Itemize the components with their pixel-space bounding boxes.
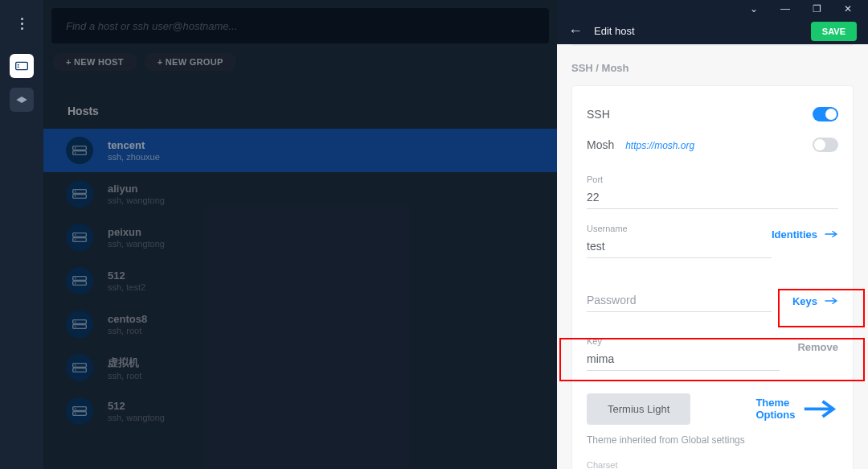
previous-card-bottom — [571, 44, 854, 46]
identities-link[interactable]: Identities — [764, 224, 850, 245]
mosh-toggle-row: Mosh https://mosh.org — [587, 130, 838, 160]
mosh-toggle[interactable] — [813, 138, 838, 152]
host-row-text: tencentssh, zhouxue — [108, 139, 160, 162]
svg-point-9 — [75, 191, 76, 192]
window-controls: ⌄ — ❐ ✕ — [557, 0, 868, 19]
panel-title: Edit host — [594, 25, 635, 37]
svg-rect-1 — [18, 64, 19, 65]
server-icon — [66, 267, 93, 294]
minimize-icon[interactable]: — — [780, 3, 790, 14]
sftp-tab-icon[interactable] — [10, 88, 34, 112]
port-input[interactable] — [587, 187, 838, 209]
host-row[interactable]: centos8ssh, root — [43, 302, 557, 346]
host-row[interactable]: aliyunssh, wangtong — [43, 172, 557, 216]
host-name: 虚拟机 — [108, 356, 141, 370]
server-icon — [66, 180, 93, 208]
search-input[interactable] — [64, 19, 536, 33]
svg-point-6 — [75, 152, 76, 154]
new-group-button[interactable]: + NEW GROUP — [145, 53, 236, 71]
host-sub: ssh, root — [108, 371, 141, 381]
host-row[interactable]: peixunssh, wangtong — [43, 216, 557, 259]
mosh-link[interactable]: https://mosh.org — [625, 140, 694, 151]
svg-point-30 — [75, 413, 76, 414]
main-area: + NEW HOST + NEW GROUP Hosts tencentssh,… — [43, 0, 557, 469]
hosts-tab-icon[interactable] — [10, 54, 34, 78]
svg-point-18 — [75, 282, 76, 284]
svg-point-22 — [75, 326, 76, 327]
host-row-text: 512ssh, wangtong — [108, 400, 165, 422]
back-arrow-icon[interactable]: ← — [568, 23, 583, 39]
host-sub: ssh, test2 — [108, 282, 145, 292]
svg-point-14 — [75, 239, 76, 241]
search-bar[interactable] — [51, 8, 549, 43]
panel-body: SSH / Mosh SSH Mosh https://mosh.org Por… — [557, 44, 868, 469]
arrow-right-icon — [801, 400, 838, 418]
chevron-down-icon[interactable]: ⌄ — [750, 3, 758, 14]
svg-rect-0 — [16, 62, 28, 69]
close-icon[interactable]: ✕ — [844, 3, 852, 14]
theme-options-link[interactable]: Theme Options — [755, 397, 838, 421]
charset-label: Charset — [587, 460, 838, 469]
host-row-text: aliyunssh, wangtong — [108, 183, 165, 205]
host-row[interactable]: 512ssh, wangtong — [43, 389, 557, 433]
sidebar — [0, 0, 43, 469]
server-icon — [66, 397, 93, 425]
key-input[interactable] — [587, 349, 780, 371]
edit-host-panel: ⌄ — ❐ ✕ ← Edit host SAVE SSH / Mosh SSH … — [557, 0, 868, 469]
host-name: tencent — [108, 139, 160, 151]
ssh-label: SSH — [587, 108, 610, 121]
username-field: Username Identities — [587, 224, 838, 258]
server-icon — [66, 224, 93, 251]
host-row[interactable]: 512ssh, test2 — [43, 259, 557, 302]
host-name: centos8 — [108, 313, 147, 325]
hosts-list: tencentssh, zhouxuealiyunssh, wangtongpe… — [43, 129, 557, 433]
host-sub: ssh, zhouxue — [108, 152, 160, 162]
svg-point-17 — [75, 278, 76, 279]
svg-point-10 — [75, 195, 76, 197]
username-input[interactable] — [587, 237, 772, 258]
svg-point-25 — [75, 364, 76, 366]
server-icon — [66, 137, 93, 164]
key-field: Key Remove — [587, 336, 838, 371]
ssh-toggle[interactable] — [813, 107, 838, 121]
save-button[interactable]: SAVE — [811, 22, 857, 41]
svg-point-5 — [75, 147, 76, 149]
keys-link[interactable]: Keys — [784, 290, 850, 312]
svg-point-21 — [75, 321, 76, 323]
host-sub: ssh, wangtong — [108, 239, 165, 249]
svg-point-13 — [75, 234, 76, 236]
hosts-heading: Hosts — [43, 76, 557, 129]
mosh-label: Mosh https://mosh.org — [587, 138, 694, 151]
password-input[interactable] — [587, 290, 772, 312]
svg-rect-2 — [18, 67, 19, 68]
svg-point-26 — [75, 369, 76, 371]
server-icon — [66, 354, 93, 381]
host-row[interactable]: tencentssh, zhouxue — [43, 129, 557, 172]
kebab-icon[interactable] — [21, 18, 23, 30]
host-row-text: 虚拟机ssh, root — [108, 356, 141, 381]
ssh-card: SSH Mosh https://mosh.org Port Username … — [571, 85, 854, 469]
ssh-toggle-row: SSH — [587, 99, 838, 130]
host-sub: ssh, wangtong — [108, 413, 165, 422]
host-row[interactable]: 虚拟机ssh, root — [43, 346, 557, 389]
host-name: aliyun — [108, 183, 165, 195]
host-name: 512 — [108, 400, 165, 412]
host-name: peixun — [108, 226, 165, 238]
host-name: 512 — [108, 269, 145, 282]
host-row-text: 512ssh, test2 — [108, 269, 145, 292]
port-field: Port — [587, 175, 838, 209]
panel-header: ← Edit host SAVE — [557, 19, 868, 44]
svg-point-29 — [75, 408, 76, 409]
port-label: Port — [587, 175, 838, 184]
ssh-section-label: SSH / Mosh — [571, 62, 854, 74]
arrow-right-icon — [824, 230, 838, 238]
password-field: Keys — [587, 290, 838, 312]
remove-key-button[interactable]: Remove — [789, 336, 850, 358]
theme-row: Termius Light Theme Options — [587, 393, 838, 425]
new-host-button[interactable]: + NEW HOST — [53, 53, 137, 71]
theme-button[interactable]: Termius Light — [587, 393, 690, 425]
server-icon — [66, 311, 93, 338]
host-row-text: peixunssh, wangtong — [108, 226, 165, 249]
maximize-icon[interactable]: ❐ — [813, 3, 821, 14]
theme-note: Theme inherited from Global settings — [587, 434, 838, 446]
